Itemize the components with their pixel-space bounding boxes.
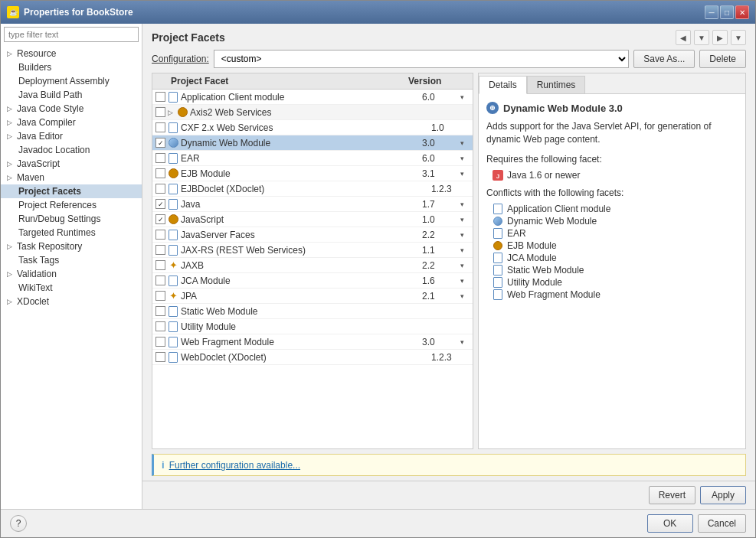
- sidebar-item-java-editor[interactable]: ▷ Java Editor: [1, 129, 142, 143]
- sidebar-item-maven[interactable]: ▷ Maven: [1, 171, 142, 184]
- version-dropdown-icon[interactable]: ▾: [460, 277, 470, 285]
- table-row[interactable]: Utility Module: [152, 319, 473, 334]
- tab-details[interactable]: Details: [479, 76, 527, 94]
- facet-version: 2.2: [422, 260, 460, 271]
- facet-checkbox[interactable]: [155, 306, 165, 316]
- facet-checkbox[interactable]: [155, 276, 165, 285]
- save-as-button[interactable]: Save As...: [633, 50, 695, 68]
- sidebar-item-java-code-style[interactable]: ▷ Java Code Style: [1, 102, 142, 116]
- tab-runtimes[interactable]: Runtimes: [527, 76, 586, 93]
- version-dropdown-icon[interactable]: ▾: [460, 170, 470, 178]
- minimize-button[interactable]: ─: [705, 5, 718, 19]
- sidebar-item-wikitext[interactable]: WikiText: [1, 281, 142, 295]
- facet-checkbox[interactable]: [155, 122, 165, 132]
- maximize-button[interactable]: □: [720, 5, 734, 19]
- facet-checkbox[interactable]: [155, 92, 165, 102]
- conflicts-item-text: Application Client module: [507, 204, 610, 214]
- version-dropdown-icon[interactable]: ▾: [460, 338, 470, 346]
- version-dropdown-icon[interactable]: ▾: [460, 93, 470, 101]
- content-area: Project Facets ◀ ▼ ▶ ▼ Configuration: <c…: [142, 24, 755, 509]
- table-row[interactable]: Web Fragment Module 3.0 ▾: [152, 334, 473, 350]
- sidebar-item-builders[interactable]: Builders: [1, 60, 142, 74]
- close-button[interactable]: ✕: [735, 5, 749, 19]
- facet-checkbox[interactable]: [155, 245, 165, 255]
- sidebar-item-targeted-runtimes[interactable]: Targeted Runtimes: [1, 226, 142, 240]
- config-label: Configuration:: [152, 54, 209, 64]
- expand-icon[interactable]: ▷: [168, 109, 177, 116]
- sidebar-item-label: Deployment Assembly: [18, 76, 110, 86]
- table-row[interactable]: JavaServer Faces 2.2 ▾: [152, 227, 473, 243]
- table-row[interactable]: ▷ Axis2 Web Services: [152, 105, 473, 120]
- facet-checkbox[interactable]: [155, 107, 165, 117]
- version-dropdown-icon[interactable]: ▾: [460, 262, 470, 269]
- ok-button[interactable]: OK: [647, 514, 693, 533]
- sidebar-item-java-compiler[interactable]: ▷ Java Compiler: [1, 116, 142, 129]
- table-row[interactable]: Application Client module 6.0 ▾: [152, 90, 473, 105]
- facet-checkbox[interactable]: [155, 184, 165, 194]
- sidebar-item-java-build-path[interactable]: Java Build Path: [1, 88, 142, 102]
- sidebar-item-project-facets[interactable]: Project Facets: [1, 184, 142, 198]
- facet-checkbox[interactable]: [155, 352, 165, 362]
- facet-checkbox[interactable]: [155, 321, 165, 331]
- facet-checkbox[interactable]: [155, 214, 165, 224]
- version-dropdown-icon[interactable]: ▾: [460, 201, 470, 208]
- table-row[interactable]: CXF 2.x Web Services 1.0: [152, 120, 473, 135]
- version-dropdown-icon[interactable]: ▾: [460, 292, 470, 300]
- facet-checkbox[interactable]: [155, 168, 165, 178]
- table-row[interactable]: Static Web Module: [152, 304, 473, 319]
- filter-input[interactable]: [4, 27, 139, 42]
- version-dropdown-icon[interactable]: ▾: [460, 246, 470, 254]
- version-dropdown-icon[interactable]: ▾: [460, 231, 470, 239]
- sidebar-item-label: Java Compiler: [17, 117, 76, 128]
- apply-button[interactable]: Apply: [700, 486, 746, 504]
- cancel-button[interactable]: Cancel: [698, 514, 746, 533]
- table-row[interactable]: WebDoclet (XDoclet) 1.2.3: [152, 350, 473, 365]
- table-row[interactable]: ✦ JAXB 2.2 ▾: [152, 258, 473, 273]
- version-dropdown-icon[interactable]: ▾: [460, 139, 470, 147]
- nav-back-button[interactable]: ◀: [676, 30, 691, 45]
- nav-forward-button[interactable]: ▶: [712, 30, 728, 45]
- conflicts-item: EAR: [486, 227, 738, 240]
- nav-dropdown-button[interactable]: ▼: [694, 30, 709, 45]
- table-row[interactable]: EAR 6.0 ▾: [152, 151, 473, 166]
- facet-name: Dynamic Web Module: [181, 138, 422, 148]
- table-row[interactable]: Dynamic Web Module 3.0 ▾: [152, 135, 473, 151]
- sidebar-item-resource[interactable]: ▷ Resource: [1, 47, 142, 60]
- module-title: ⊕ Dynamic Web Module 3.0: [486, 102, 738, 114]
- revert-button[interactable]: Revert: [649, 486, 695, 504]
- facet-checkbox[interactable]: [155, 138, 165, 148]
- sidebar-item-run-debug[interactable]: Run/Debug Settings: [1, 212, 142, 226]
- facet-checkbox[interactable]: [155, 260, 165, 270]
- sidebar-item-xdoclet[interactable]: ▷ XDoclet: [1, 295, 142, 308]
- expand-arrow: ▷: [7, 243, 15, 250]
- table-row[interactable]: JavaScript 1.0 ▾: [152, 212, 473, 227]
- table-row[interactable]: JAX-RS (REST Web Services) 1.1 ▾: [152, 243, 473, 258]
- nav-menu-button[interactable]: ▼: [731, 30, 746, 45]
- sidebar-item-deployment-assembly[interactable]: Deployment Assembly: [1, 74, 142, 88]
- table-row[interactable]: Java 1.7 ▾: [152, 197, 473, 212]
- facet-checkbox[interactable]: [155, 337, 165, 347]
- sidebar-item-task-tags[interactable]: Task Tags: [1, 253, 142, 267]
- version-dropdown-icon[interactable]: ▾: [460, 155, 470, 162]
- table-row[interactable]: ✦ JPA 2.1 ▾: [152, 289, 473, 304]
- table-row[interactable]: JCA Module 1.6 ▾: [152, 273, 473, 289]
- facet-checkbox[interactable]: [155, 199, 165, 209]
- help-button[interactable]: ?: [10, 515, 27, 532]
- delete-button[interactable]: Delete: [699, 50, 746, 68]
- sidebar-item-javadoc-location[interactable]: Javadoc Location: [1, 143, 142, 157]
- sidebar-item-label: Java Build Path: [18, 90, 82, 100]
- table-row[interactable]: EJB Module 3.1 ▾: [152, 166, 473, 181]
- sidebar-item-validation[interactable]: ▷ Validation: [1, 267, 142, 281]
- table-row[interactable]: EJBDoclet (XDoclet) 1.2.3: [152, 181, 473, 197]
- config-select[interactable]: <custom>: [214, 50, 630, 68]
- facet-checkbox[interactable]: [155, 153, 165, 163]
- facet-checkbox[interactable]: [155, 291, 165, 301]
- version-dropdown-icon[interactable]: ▾: [460, 216, 470, 223]
- sidebar-item-project-references[interactable]: Project References: [1, 198, 142, 212]
- title-bar-left: ☕ Properties for BookStore: [7, 6, 133, 18]
- facet-checkbox[interactable]: [155, 230, 165, 240]
- facet-version: 1.2.3: [431, 352, 470, 363]
- further-config-link[interactable]: Further configuration available...: [169, 460, 300, 471]
- sidebar-item-task-repository[interactable]: ▷ Task Repository: [1, 240, 142, 253]
- sidebar-item-javascript[interactable]: ▷ JavaScript: [1, 157, 142, 171]
